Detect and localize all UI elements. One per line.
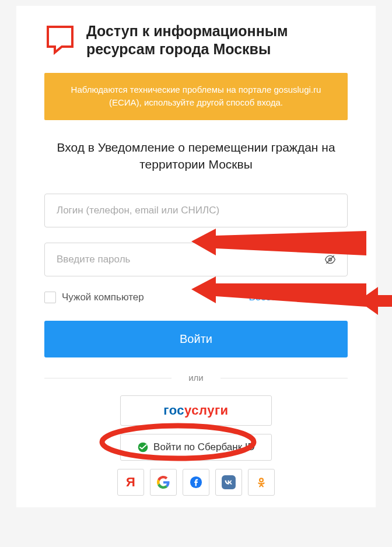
vk-icon: [221, 475, 236, 490]
sberbank-label: Войти по Сбербанк ID: [153, 441, 255, 453]
ok-button[interactable]: [248, 469, 275, 496]
subtitle: Вход в Уведомление о перемещении граждан…: [44, 139, 348, 173]
page-title: Доступ к информационным ресурсам города …: [86, 22, 348, 59]
google-button[interactable]: [150, 469, 177, 496]
gosuslugi-button[interactable]: госуслуги: [120, 395, 272, 426]
vk-button[interactable]: [215, 469, 242, 496]
facebook-button[interactable]: [183, 469, 209, 496]
toggle-password-icon[interactable]: [324, 254, 336, 265]
header: Доступ к информационным ресурсам города …: [44, 22, 348, 59]
social-row: Я: [44, 469, 348, 496]
yandex-icon: Я: [126, 475, 135, 490]
recover-password-link[interactable]: Восстановить пароль: [249, 292, 348, 303]
moscow-logo-icon: [44, 24, 76, 56]
warning-banner: Наблюдаются технические проблемы на порт…: [44, 73, 348, 120]
login-card: Доступ к информационным ресурсам города …: [16, 6, 376, 507]
yandex-button[interactable]: Я: [117, 469, 144, 496]
sberbank-button[interactable]: Войти по Сбербанк ID: [120, 434, 272, 461]
options-row: Чужой компьютер Восстановить пароль: [44, 292, 348, 303]
login-button[interactable]: Войти: [44, 321, 348, 357]
foreign-pc-label: Чужой компьютер: [62, 292, 144, 303]
password-input-wrap: [44, 243, 348, 276]
login-input-wrap: [44, 194, 348, 227]
divider-label: или: [188, 373, 204, 383]
google-icon: [157, 476, 170, 489]
gosuslugi-part2: услуги: [184, 403, 229, 418]
divider-or: или: [44, 373, 348, 383]
sberbank-icon: [137, 441, 149, 453]
gosuslugi-logo-icon: госуслуги: [163, 403, 228, 418]
foreign-pc-checkbox-wrap[interactable]: Чужой компьютер: [44, 292, 144, 303]
ok-icon: [255, 476, 268, 489]
login-input[interactable]: [44, 194, 348, 227]
foreign-pc-checkbox[interactable]: [44, 292, 56, 303]
password-input[interactable]: [44, 243, 348, 276]
facebook-icon: [190, 476, 202, 489]
gosuslugi-part1: гос: [163, 403, 184, 418]
svg-point-5: [260, 479, 263, 482]
